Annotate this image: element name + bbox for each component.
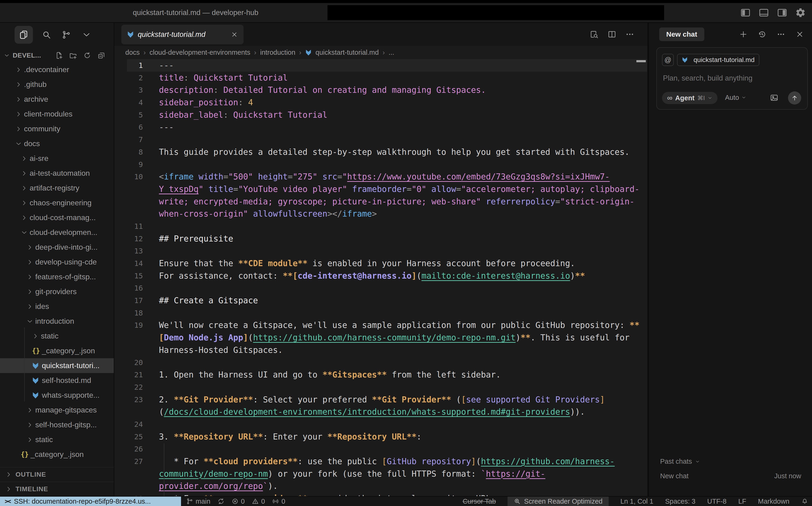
refresh-icon[interactable] xyxy=(83,52,91,60)
code-line[interactable]: 11 xyxy=(114,220,648,233)
code-line[interactable]: 20 xyxy=(114,356,648,369)
code-line[interactable]: Harness-Hosted Gitspaces. xyxy=(114,344,648,356)
tree-item-community[interactable]: community xyxy=(0,121,114,136)
status-item-screen-reader-optimized[interactable]: Screen Reader Optimized xyxy=(508,497,609,506)
breadcrumb-item[interactable]: quickstart-tutorial.md xyxy=(315,49,379,56)
timeline-section[interactable]: TIMELINE xyxy=(0,482,114,496)
tree-item-docs[interactable]: docs xyxy=(0,136,114,151)
tree-item-ai-sre[interactable]: ai-sre xyxy=(0,151,114,166)
tree-item-develop-using-cde[interactable]: develop-using-cde xyxy=(0,255,114,269)
tree-item-self-hosted-gitsp-[interactable]: self-hosted-gitsp... xyxy=(0,417,114,432)
code-line[interactable]: 4sidebar_position: 4 xyxy=(114,96,648,109)
code-line[interactable]: 16 xyxy=(114,282,648,294)
tree-item-static[interactable]: static xyxy=(0,329,114,343)
tree-item-client-modules[interactable]: client-modules xyxy=(0,107,114,121)
tree-item-static[interactable]: static xyxy=(0,432,114,447)
code-line[interactable]: 26 xyxy=(114,443,648,455)
remote-indicator[interactable]: >< SSH: documentation-repo-e5ifp9-8rzze4… xyxy=(0,497,181,506)
tree-item-features-of-gitsp-[interactable]: features-of-gitsp... xyxy=(0,269,114,284)
code-line[interactable]: 12## Prerequisite xyxy=(114,233,648,245)
breadcrumb-item[interactable]: docs xyxy=(125,49,140,56)
tree-item-self-hosted-md[interactable]: self-hosted.md xyxy=(0,373,114,388)
more-actions-icon[interactable] xyxy=(625,30,634,39)
attach-image-icon[interactable] xyxy=(770,93,779,102)
send-button[interactable] xyxy=(788,91,801,104)
code-line[interactable]: write; encrypted-media; gyroscope; pictu… xyxy=(114,195,648,208)
tree-item-chaos-engineering[interactable]: chaos-engineering xyxy=(0,195,114,210)
tree-item-ai-test-automation[interactable]: ai-test-automation xyxy=(0,166,114,181)
code-line[interactable]: when-cross-origin" allowfullscreen></ifr… xyxy=(114,208,648,220)
status-item-lf[interactable]: LF xyxy=(738,498,746,505)
code-line[interactable]: 2title: Quickstart Tutorial xyxy=(114,72,648,84)
tree-item-whats-supporte-[interactable]: whats-supporte... xyxy=(0,388,114,403)
tree-item-cloud-developmen-[interactable]: cloud-developmen... xyxy=(0,225,114,240)
chat-input-card[interactable]: @ quickstart-tutorial.md Plan, search, b… xyxy=(656,47,808,110)
code-line[interactable]: 27 * For **cloud providers**: use the pu… xyxy=(114,455,648,468)
tree-item--category-json[interactable]: {}_category_.json xyxy=(0,343,114,358)
code-line[interactable]: provider.com/org/repo`). xyxy=(114,480,648,492)
code-line[interactable]: 22 xyxy=(114,381,648,394)
new-folder-icon[interactable] xyxy=(69,52,77,60)
scrollbar-thumb[interactable] xyxy=(637,60,646,62)
code-line[interactable]: 19We'll now create a Gitspace, we'll use… xyxy=(114,319,648,331)
new-file-icon[interactable] xyxy=(55,52,63,60)
code-line[interactable]: Y_txspDq" title="YouTube video player" f… xyxy=(114,183,648,195)
breadcrumb-item[interactable]: introduction xyxy=(260,49,295,56)
tree-item-ides[interactable]: ides xyxy=(0,299,114,314)
code-line[interactable]: (/docs/cloud-development-environments/in… xyxy=(114,406,648,418)
code-line[interactable]: 8This guide provides a detailed step-by-… xyxy=(114,146,648,158)
more-icon[interactable] xyxy=(777,30,785,38)
status-item-0[interactable]: 0 xyxy=(272,498,285,505)
code-line[interactable]: 15For assistance, contact: **[cde-intere… xyxy=(114,270,648,282)
status-item-markdown[interactable]: Markdown xyxy=(758,498,790,505)
split-editor-icon[interactable] xyxy=(607,30,616,39)
toggle-secondary-sidebar-icon[interactable] xyxy=(777,7,788,18)
status-item-spaces-3[interactable]: Spaces: 3 xyxy=(665,498,695,505)
add-context-button[interactable]: @ xyxy=(662,54,674,66)
tree-item-artifact-registry[interactable]: artifact-registry xyxy=(0,181,114,195)
chevron-down-icon[interactable] xyxy=(4,53,10,59)
code-line[interactable]: 28 * For **on-prem providers**: provide … xyxy=(114,492,648,496)
status-item-0[interactable]: 0 xyxy=(232,498,245,505)
status-item-main[interactable]: main xyxy=(186,498,210,505)
code-line[interactable]: 211. Open the Harness UI and go to **Git… xyxy=(114,368,648,381)
code-line[interactable]: 6--- xyxy=(114,121,648,134)
code-line[interactable]: [Demo Node.js App](https://github.com/ha… xyxy=(114,331,648,344)
chat-input[interactable]: Plan, search, build anything xyxy=(663,74,752,82)
tree-item--devcontainer[interactable]: .devcontainer xyxy=(0,62,114,77)
tree-item--github[interactable]: .github xyxy=(0,77,114,92)
tab-quickstart-tutorial[interactable]: quickstart-tutorial.md xyxy=(121,25,243,45)
code-line[interactable]: 3description: Detailed Tutorial on creat… xyxy=(114,84,648,96)
context-pill[interactable]: quickstart-tutorial.md xyxy=(677,54,759,66)
editor[interactable]: 1---2title: Quickstart Tutorial3descript… xyxy=(114,59,648,496)
code-line[interactable]: 17## Create a Gitspace xyxy=(114,294,648,307)
status-item-cursor-tab[interactable]: Cursor Tab xyxy=(463,498,496,505)
status-item-bell[interactable] xyxy=(801,498,808,505)
code-line[interactable]: 1--- xyxy=(114,59,648,72)
tree-item-introduction[interactable]: introduction xyxy=(0,314,114,329)
new-chat-icon[interactable] xyxy=(739,30,748,38)
history-icon[interactable] xyxy=(758,30,766,38)
model-selector[interactable]: Auto xyxy=(725,93,746,102)
code-line[interactable]: 5sidebar_label: Quickstart Tutorial xyxy=(114,109,648,121)
code-line[interactable]: 253. **Repository URL**: Enter your **Re… xyxy=(114,431,648,443)
code-line[interactable]: community/demo-repo-nm) or your fork (us… xyxy=(114,468,648,480)
status-item-utf-8[interactable]: UTF-8 xyxy=(707,498,726,505)
mode-selector[interactable]: ∞ Agent ⌘I xyxy=(662,92,718,104)
tree-item-archive[interactable]: archive xyxy=(0,92,114,107)
toggle-panel-icon[interactable] xyxy=(758,7,769,18)
collapse-all-icon[interactable] xyxy=(97,52,105,60)
source-control-icon[interactable] xyxy=(62,30,71,39)
gear-icon[interactable] xyxy=(795,7,806,18)
chat-tab[interactable]: New chat xyxy=(659,27,704,41)
outline-section[interactable]: OUTLINE xyxy=(0,467,114,482)
code-line[interactable]: 18 xyxy=(114,307,648,319)
code-line[interactable]: 232. **Git Provider**: Select your prefe… xyxy=(114,394,648,406)
tree-item-cloud-cost-manag-[interactable]: cloud-cost-manag... xyxy=(0,210,114,225)
status-item-0[interactable]: 0 xyxy=(252,498,265,505)
tree-item--category-json[interactable]: {}_category_.json xyxy=(0,447,114,462)
tree-item-quickstart-tutori-[interactable]: quickstart-tutori... xyxy=(0,358,114,373)
tree-item-git-providers[interactable]: git-providers xyxy=(0,284,114,299)
code-line[interactable]: 14Ensure that the **CDE module** is enab… xyxy=(114,257,648,270)
find-in-editor-icon[interactable] xyxy=(590,30,599,39)
